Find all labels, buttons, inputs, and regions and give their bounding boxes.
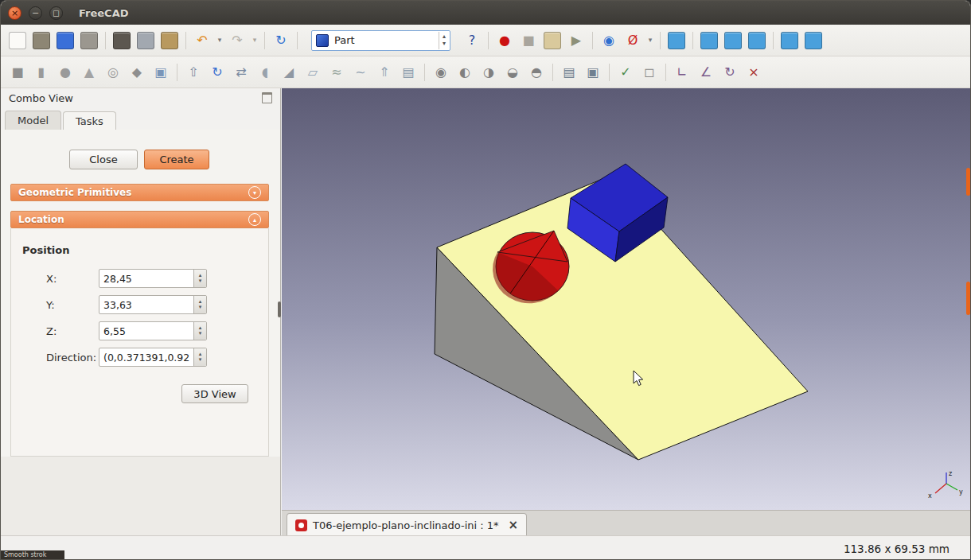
workbench-selector[interactable]: Part ▴ ▾ <box>311 30 450 51</box>
part-defeaturing-icon[interactable]: ◻ <box>638 61 661 84</box>
part-loft-icon[interactable]: ≈ <box>325 61 349 84</box>
spin-down-icon[interactable]: ▾ <box>443 41 446 48</box>
field-value: 6,55 <box>99 325 193 337</box>
float-panel-icon[interactable] <box>262 92 272 103</box>
measure-linear-icon[interactable]: ∟ <box>670 61 694 84</box>
direction-combo[interactable]: (0,0.371391,0.92 ▴ ▾ <box>99 348 207 367</box>
part-fillet-icon[interactable]: ◖ <box>253 61 277 84</box>
window-minimize-button[interactable]: − <box>29 6 42 20</box>
part-mirror-icon[interactable]: ⇄ <box>229 61 253 84</box>
view-isometric-icon[interactable] <box>665 29 688 52</box>
macro-edit-icon[interactable] <box>540 29 564 52</box>
undo-dropdown-icon[interactable]: ▾ <box>214 29 225 52</box>
spinner[interactable]: ▴ ▾ <box>193 348 206 366</box>
part-sweep-icon[interactable]: ~ <box>349 61 372 84</box>
box-zoom-icon[interactable]: ◉ <box>597 29 621 52</box>
part-cylinder-icon[interactable]: ▮ <box>29 61 53 84</box>
document-tabbar: T06-ejemplo-plano-inclinado-ini : 1* × <box>282 510 971 535</box>
separator <box>260 29 269 52</box>
cut-icon[interactable] <box>110 29 134 52</box>
save-icon[interactable] <box>53 29 77 52</box>
tab-model[interactable]: Model <box>5 111 61 130</box>
macro-play-icon[interactable]: ▶ <box>564 29 588 52</box>
viewport-scrollbar-thumb[interactable] <box>966 168 970 196</box>
spinner[interactable]: ▴ ▾ <box>193 322 206 340</box>
window-close-button[interactable]: × <box>8 6 21 20</box>
workbench-spinner[interactable]: ▴ ▾ <box>439 32 446 49</box>
3d-viewport[interactable]: z y x <box>282 88 971 510</box>
window-maximize-button[interactable]: ◻ <box>49 6 63 20</box>
close-button[interactable]: Close <box>69 150 138 169</box>
y-label: Y: <box>11 299 99 311</box>
part-cone-icon[interactable]: ▲ <box>77 61 101 84</box>
background-window-fragment: Smooth strok <box>1 550 64 559</box>
panel-scrollbar-thumb[interactable] <box>278 301 281 317</box>
spin-down-icon[interactable]: ▾ <box>199 357 202 363</box>
y-position-input[interactable]: 33,63 ▴ ▾ <box>99 295 207 314</box>
view-right-icon[interactable] <box>745 29 769 52</box>
part-shape-builder-icon[interactable]: ▣ <box>149 61 173 84</box>
part-cut-icon[interactable]: ◐ <box>453 61 477 84</box>
part-offset-icon[interactable]: ⇑ <box>372 61 396 84</box>
measure-clear-all-icon[interactable]: × <box>742 61 766 84</box>
macro-record-icon[interactable]: ● <box>493 29 517 52</box>
part-revolve-icon[interactable]: ↻ <box>205 61 229 84</box>
paste-icon[interactable] <box>158 29 181 52</box>
undo-icon[interactable]: ↶ <box>190 29 214 52</box>
measure-angular-icon[interactable]: ∠ <box>694 61 718 84</box>
refresh-icon[interactable]: ↻ <box>269 29 293 52</box>
section-geometric-primitives[interactable]: Geometric Primitives ▾ <box>10 184 269 201</box>
part-thickness-icon[interactable]: ▤ <box>396 61 420 84</box>
tab-tasks[interactable]: Tasks <box>63 111 116 130</box>
part-check-geometry-icon[interactable]: ✓ <box>614 61 638 84</box>
new-document-icon[interactable] <box>6 29 29 52</box>
open-document-icon[interactable] <box>29 29 53 52</box>
spinner[interactable]: ▴ ▾ <box>193 296 206 313</box>
part-union-icon[interactable]: ◑ <box>477 61 501 84</box>
document-tab[interactable]: T06-ejemplo-plano-inclinado-ini : 1* × <box>287 513 527 536</box>
part-ruled-surface-icon[interactable]: ▱ <box>301 61 325 84</box>
chevron-down-icon[interactable]: ▾ <box>248 186 261 199</box>
part-sphere-icon[interactable]: ● <box>53 61 77 84</box>
part-section-icon[interactable]: ◓ <box>524 61 548 84</box>
part-primitives-icon[interactable]: ◆ <box>125 61 149 84</box>
dimensions-readout: 113.86 x 69.53 mm <box>844 542 950 555</box>
part-boolean-icon[interactable]: ◉ <box>429 61 453 84</box>
3d-scene[interactable]: z y x <box>282 88 971 510</box>
x-position-input[interactable]: 28,45 ▴ ▾ <box>99 269 207 288</box>
draw-style-dropdown-icon[interactable]: ▾ <box>645 29 656 52</box>
part-chamfer-icon[interactable]: ◢ <box>277 61 301 84</box>
print-icon[interactable] <box>77 29 101 52</box>
z-position-input[interactable]: 6,55 ▴ ▾ <box>99 321 207 340</box>
3d-view-button[interactable]: 3D View <box>181 384 248 403</box>
main-toolbar: ↶ ▾ ↷ ▾ ↻ <box>1 25 970 56</box>
create-button[interactable]: Create <box>144 150 209 169</box>
view-front-icon[interactable] <box>697 29 721 52</box>
whats-this-icon[interactable]: ? <box>460 29 484 52</box>
part-cross-sections-icon[interactable]: ▤ <box>557 61 581 84</box>
freecad-document-icon <box>295 519 307 531</box>
view-bottom-icon[interactable] <box>801 29 825 52</box>
section-location[interactable]: Location ▴ <box>10 211 269 228</box>
part-extrude-icon[interactable]: ⇧ <box>181 61 205 84</box>
chevron-up-icon[interactable]: ▴ <box>248 213 261 226</box>
part-box-icon[interactable]: ■ <box>6 61 29 84</box>
spin-down-icon[interactable]: ▾ <box>199 331 202 336</box>
part-torus-icon[interactable]: ◎ <box>101 61 125 84</box>
redo-icon[interactable]: ↷ <box>225 29 249 52</box>
view-top-icon[interactable] <box>721 29 745 52</box>
view-rear-icon[interactable] <box>778 29 801 52</box>
macro-stop-icon[interactable]: ■ <box>517 29 540 52</box>
tab-close-icon[interactable]: × <box>509 518 519 532</box>
draw-style-icon[interactable]: Ø <box>621 29 645 52</box>
spin-down-icon[interactable]: ▾ <box>199 278 202 284</box>
measure-refresh-icon[interactable]: ↻ <box>718 61 742 84</box>
part-intersection-icon[interactable]: ◒ <box>501 61 524 84</box>
redo-dropdown-icon[interactable]: ▾ <box>249 29 260 52</box>
spinner[interactable]: ▴ ▾ <box>193 270 206 287</box>
part-compound-icon[interactable]: ▣ <box>581 61 605 84</box>
copy-icon[interactable] <box>134 29 158 52</box>
spin-down-icon[interactable]: ▾ <box>199 305 202 310</box>
viewport-scrollbar-thumb[interactable] <box>966 282 970 315</box>
statusbar: 113.86 x 69.53 mm <box>1 535 970 560</box>
